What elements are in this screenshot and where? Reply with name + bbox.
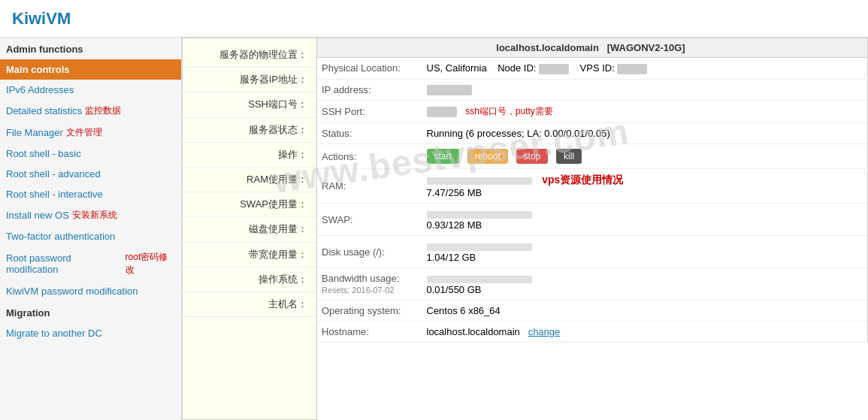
- sidebar-item-extra: 安装新系统: [72, 209, 117, 222]
- tooltip-panel: 服务器的物理位置： 服务器IP地址： SSH端口号： 服务器状态： 操作： RA…: [182, 38, 317, 420]
- sidebar-item-kiwi-password[interactable]: KiwiVM password modification: [0, 281, 181, 301]
- sidebar-item-ipv6[interactable]: IPv6 Addresses: [0, 80, 181, 100]
- bandwidth-resets: Resets: 2016-07-02: [322, 286, 395, 295]
- sidebar-item-file-manager[interactable]: File Manager 文件管理: [0, 122, 181, 144]
- sidebar: Admin functions Main controls IPv6 Addre…: [0, 38, 182, 420]
- change-hostname-link[interactable]: change: [528, 326, 561, 337]
- reboot-button[interactable]: reboot: [467, 149, 508, 164]
- os-value: Centos 6 x86_64: [419, 301, 868, 322]
- kill-button[interactable]: kill: [556, 149, 582, 164]
- sidebar-item-label: Root shell - basic: [6, 148, 81, 159]
- start-button[interactable]: start: [427, 149, 459, 164]
- sidebar-item-migrate-dc[interactable]: Migrate to another DC: [0, 323, 181, 343]
- sidebar-item-root-shell-interactive[interactable]: Root shell - interactive: [0, 184, 181, 204]
- os-label: Operating system:: [314, 301, 419, 322]
- sidebar-item-label: Root password modification: [6, 252, 122, 275]
- disk-value: 1.04/12 GB: [419, 236, 868, 268]
- bandwidth-value-text: 0.01/550 GB: [427, 284, 482, 295]
- bandwidth-progress-bar-wrap: [427, 276, 532, 283]
- tooltip-row-ram: RAM使用量：: [183, 168, 316, 192]
- layout: Admin functions Main controls IPv6 Addre…: [0, 38, 868, 420]
- tooltip-row-swap: SWAP使用量：: [183, 192, 316, 217]
- table-row: RAM: vps资源使用情况 7.47/256 MB: [314, 169, 868, 204]
- sidebar-item-root-shell-basic[interactable]: Root shell - basic: [0, 144, 181, 164]
- actions-value: start reboot stop kill: [419, 144, 868, 169]
- swap-progress-bar-wrap: [427, 211, 532, 219]
- table-row: Disk usage (/): 1.04/12 GB: [314, 236, 868, 268]
- table-row: IP address:: [314, 79, 868, 101]
- tooltip-row-ssh: SSH端口号：: [183, 92, 316, 117]
- main-content: www.bestvpser.com 服务器的物理位置： 服务器IP地址： SSH…: [182, 38, 868, 420]
- sidebar-item-extra: 文件管理: [66, 126, 102, 139]
- vps-id-label: VPS ID:: [580, 62, 615, 74]
- sidebar-item-label: Root shell - advanced: [6, 168, 101, 180]
- sidebar-item-main-controls[interactable]: Main controls: [0, 59, 181, 80]
- stop-button[interactable]: stop: [516, 149, 549, 164]
- sidebar-item-label: IPv6 Addresses: [6, 84, 74, 95]
- sidebar-item-root-shell-advanced[interactable]: Root shell - advanced: [0, 164, 181, 184]
- ram-label: RAM:: [314, 169, 419, 204]
- tooltip-row-hostname: 主机名：: [183, 292, 316, 317]
- tooltip-row-ip: 服务器IP地址：: [183, 68, 316, 92]
- tooltip-row-status: 服务器状态：: [183, 118, 316, 143]
- logo: KiwiVM: [12, 9, 71, 29]
- server-plan: [WAGONV2-10G]: [607, 42, 685, 53]
- header: KiwiVM: [0, 0, 868, 38]
- physical-location-value: US, California Node ID: VPS ID:: [419, 58, 868, 80]
- ip-address-label: IP address:: [314, 79, 419, 101]
- swap-value: 0.93/128 MB: [419, 204, 868, 236]
- ram-progress-bar-wrap: [427, 177, 532, 185]
- node-id-value: [539, 64, 569, 74]
- tooltip-row-actions: 操作：: [183, 143, 316, 168]
- server-hostname: localhost.localdomain: [496, 42, 599, 53]
- tooltip-row-location: 服务器的物理位置：: [183, 43, 316, 68]
- sidebar-item-label: Root shell - interactive: [6, 189, 103, 200]
- sidebar-item-label: Migrate to another DC: [6, 328, 102, 339]
- ssh-port-label: SSH Port:: [314, 101, 419, 123]
- sidebar-item-install-os[interactable]: Install new OS 安装新系统: [0, 204, 181, 226]
- ip-blurred: [427, 85, 472, 95]
- sidebar-item-detailed-stats[interactable]: Detailed statistics 监控数据: [0, 100, 181, 122]
- admin-functions-title: Admin functions: [0, 38, 181, 59]
- disk-value-text: 1.04/12 GB: [427, 252, 476, 263]
- sidebar-item-extra: root密码修改: [126, 251, 175, 276]
- server-panel: localhost.localdomain [WAGONV2-10G] Phys…: [313, 38, 868, 343]
- disk-progress-bar-wrap: [427, 243, 532, 251]
- migration-title: Migration: [0, 301, 181, 323]
- ssh-note: ssh端口号，putty需要: [465, 106, 553, 116]
- sidebar-item-label: KiwiVM password modification: [6, 286, 138, 297]
- server-title: localhost.localdomain [WAGONV2-10G]: [313, 38, 868, 57]
- ssh-port-value: ssh端口号，putty需要: [419, 101, 868, 123]
- table-row: Hostname: localhost.localdomain change: [314, 322, 868, 343]
- ram-value: vps资源使用情况 7.47/256 MB: [419, 169, 868, 204]
- actions-label: Actions:: [314, 144, 419, 169]
- sidebar-item-two-factor[interactable]: Two-factor authentication: [0, 226, 181, 246]
- hostname-label: Hostname:: [314, 322, 419, 343]
- ssh-port-blurred: [427, 107, 457, 117]
- swap-value-text: 0.93/128 MB: [427, 219, 482, 231]
- sidebar-item-label: Install new OS: [6, 210, 69, 221]
- table-row: Physical Location: US, California Node I…: [314, 58, 868, 80]
- bandwidth-label: Bandwidth usage: Resets: 2016-07-02: [314, 268, 419, 301]
- node-id-label: Node ID:: [498, 62, 536, 74]
- status-label: Status:: [314, 123, 419, 144]
- sidebar-item-label: File Manager: [6, 127, 63, 138]
- ip-address-value: [419, 79, 868, 101]
- disk-label: Disk usage (/):: [314, 236, 419, 268]
- physical-location-label: Physical Location:: [314, 58, 419, 80]
- sidebar-item-label: Main controls: [6, 64, 70, 75]
- tooltip-row-bandwidth: 带宽使用量：: [183, 243, 316, 267]
- sidebar-item-root-password[interactable]: Root password modification root密码修改: [0, 246, 181, 281]
- vps-id-value: [617, 64, 647, 74]
- bandwidth-value: 0.01/550 GB: [419, 268, 868, 301]
- table-row: SSH Port: ssh端口号，putty需要: [314, 101, 868, 123]
- table-row: Operating system: Centos 6 x86_64: [314, 301, 868, 322]
- tooltip-row-os: 操作系统：: [183, 267, 316, 292]
- tooltip-row-disk: 磁盘使用量：: [183, 217, 316, 242]
- sidebar-item-extra: 监控数据: [85, 104, 121, 117]
- table-row: SWAP: 0.93/128 MB: [314, 204, 868, 236]
- vps-note: vps资源使用情况: [542, 174, 623, 186]
- hostname-value: localhost.localdomain change: [419, 322, 868, 343]
- table-row: Status: Running (6 processes; LA: 0.00/0…: [314, 123, 868, 144]
- sidebar-item-label: Two-factor authentication: [6, 231, 115, 242]
